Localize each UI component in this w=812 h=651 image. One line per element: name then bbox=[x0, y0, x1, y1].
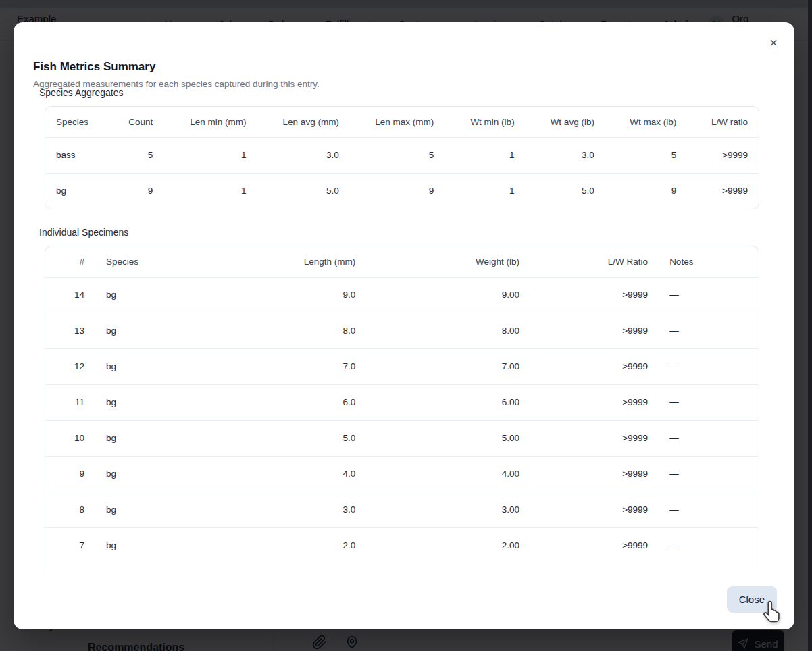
table-cell: 8.00 bbox=[366, 313, 530, 348]
column-header: Wt max (lb) bbox=[605, 107, 687, 137]
table-cell: 5 bbox=[350, 137, 445, 173]
individual-specimens-table-card[interactable]: #SpeciesLength (mm)Weight (lb)L/W RatioN… bbox=[45, 246, 759, 573]
table-cell: 3.0 bbox=[209, 492, 366, 527]
table-cell: 5 bbox=[102, 137, 163, 173]
table-cell: 6.00 bbox=[366, 384, 530, 420]
table-row: 7bg2.02.00>9999— bbox=[45, 527, 759, 563]
table-cell: 3.0 bbox=[257, 137, 350, 173]
column-header: Weight (lb) bbox=[366, 246, 530, 277]
table-cell: 9.0 bbox=[209, 277, 366, 313]
table-row: 10bg5.05.00>9999— bbox=[45, 420, 759, 456]
table-row: 14bg9.09.00>9999— bbox=[45, 277, 759, 313]
table-cell: bg bbox=[45, 173, 102, 209]
table-cell: 5 bbox=[605, 137, 687, 173]
table-cell: 7 bbox=[45, 527, 95, 563]
table-cell: bg bbox=[95, 313, 209, 348]
table-row: 11bg6.06.00>9999— bbox=[45, 384, 759, 420]
species-aggregates-table-card: SpeciesCountLen min (mm)Len avg (mm)Len … bbox=[45, 106, 759, 209]
table-cell: >9999 bbox=[530, 527, 659, 563]
table-cell: 1 bbox=[163, 137, 257, 173]
column-header: L/W Ratio bbox=[530, 246, 659, 277]
table-row: 9bg4.04.00>9999— bbox=[45, 456, 759, 492]
column-header: Length (mm) bbox=[209, 246, 366, 277]
column-header: Len max (mm) bbox=[350, 107, 445, 137]
table-cell: bg bbox=[95, 420, 209, 456]
table-cell: 2.00 bbox=[366, 527, 530, 563]
table-cell: — bbox=[659, 277, 759, 313]
table-cell: 9 bbox=[605, 173, 687, 209]
table-row: 8bg3.03.00>9999— bbox=[45, 492, 759, 527]
table-cell: 9 bbox=[350, 173, 445, 209]
table-cell: 11 bbox=[45, 384, 95, 420]
table-cell: 3.0 bbox=[526, 137, 605, 173]
table-cell: 5.0 bbox=[257, 173, 350, 209]
column-header: Species bbox=[95, 246, 209, 277]
table-cell: 5.00 bbox=[366, 420, 530, 456]
table-cell: bass bbox=[45, 137, 102, 173]
table-cell: 8.0 bbox=[209, 313, 366, 348]
table-cell: — bbox=[659, 492, 759, 527]
column-header: Count bbox=[102, 107, 163, 137]
column-header: Len avg (mm) bbox=[257, 107, 350, 137]
table-cell: bg bbox=[95, 456, 209, 492]
table-row: 12bg7.07.00>9999— bbox=[45, 348, 759, 384]
table-row: 13bg8.08.00>9999— bbox=[45, 313, 759, 348]
table-header-row: #SpeciesLength (mm)Weight (lb)L/W RatioN… bbox=[45, 246, 759, 277]
table-cell: — bbox=[659, 313, 759, 348]
table-cell: 9.00 bbox=[366, 277, 530, 313]
table-cell: >9999 bbox=[530, 348, 659, 384]
column-header: Wt avg (lb) bbox=[526, 107, 605, 137]
table-cell: >9999 bbox=[530, 420, 659, 456]
table-cell: 5.0 bbox=[209, 420, 366, 456]
column-header: Species bbox=[45, 107, 102, 137]
close-button[interactable]: Close bbox=[727, 586, 777, 613]
close-icon[interactable]: × bbox=[764, 33, 783, 52]
table-row: bg915.0915.09>9999 bbox=[45, 173, 759, 209]
modal-title: Fish Metrics Summary bbox=[33, 60, 155, 74]
table-cell: — bbox=[659, 348, 759, 384]
table-cell: 1 bbox=[163, 173, 257, 209]
table-cell: bg bbox=[95, 277, 209, 313]
table-cell: bg bbox=[95, 527, 209, 563]
table-cell: bg bbox=[95, 348, 209, 384]
specimens-section-title: Individual Specimens bbox=[39, 227, 128, 238]
table-cell: >9999 bbox=[687, 137, 759, 173]
table-cell: — bbox=[659, 384, 759, 420]
table-cell: >9999 bbox=[530, 313, 659, 348]
fish-metrics-modal: × Fish Metrics Summary Aggregated measur… bbox=[14, 22, 794, 629]
table-cell: 9 bbox=[45, 456, 95, 492]
table-cell: 9 bbox=[102, 173, 163, 209]
table-cell: 7.0 bbox=[209, 348, 366, 384]
table-cell: >9999 bbox=[530, 456, 659, 492]
individual-specimens-table: #SpeciesLength (mm)Weight (lb)L/W RatioN… bbox=[45, 246, 759, 563]
table-cell: 7.00 bbox=[366, 348, 530, 384]
table-cell: bg bbox=[95, 384, 209, 420]
column-header: L/W ratio bbox=[687, 107, 759, 137]
table-header-row: SpeciesCountLen min (mm)Len avg (mm)Len … bbox=[45, 107, 759, 137]
aggregates-section-title: Species Aggregates bbox=[39, 87, 124, 98]
table-cell: >9999 bbox=[530, 384, 659, 420]
table-cell: — bbox=[659, 456, 759, 492]
table-cell: — bbox=[659, 527, 759, 563]
table-cell: 10 bbox=[45, 420, 95, 456]
table-cell: 5.0 bbox=[526, 173, 605, 209]
table-cell: 4.0 bbox=[209, 456, 366, 492]
table-cell: 13 bbox=[45, 313, 95, 348]
table-cell: 1 bbox=[445, 137, 525, 173]
table-cell: bg bbox=[95, 492, 209, 527]
species-aggregates-table: SpeciesCountLen min (mm)Len avg (mm)Len … bbox=[45, 107, 759, 209]
table-cell: 4.00 bbox=[366, 456, 530, 492]
table-cell: 8 bbox=[45, 492, 95, 527]
table-cell: 3.00 bbox=[366, 492, 530, 527]
column-header: Len min (mm) bbox=[163, 107, 257, 137]
column-header: Wt min (lb) bbox=[445, 107, 525, 137]
table-cell: 14 bbox=[45, 277, 95, 313]
table-row: bass513.0513.05>9999 bbox=[45, 137, 759, 173]
table-cell: 12 bbox=[45, 348, 95, 384]
table-cell: >9999 bbox=[530, 277, 659, 313]
table-cell: — bbox=[659, 420, 759, 456]
column-header: Notes bbox=[659, 246, 759, 277]
column-header: # bbox=[45, 246, 95, 277]
table-cell: 1 bbox=[445, 173, 525, 209]
table-cell: >9999 bbox=[687, 173, 759, 209]
